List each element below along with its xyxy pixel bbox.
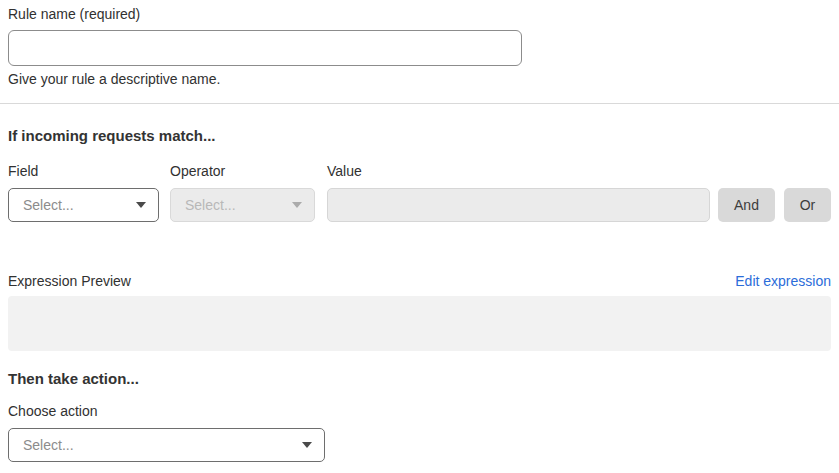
operator-select[interactable]: Select... <box>170 188 315 222</box>
or-button[interactable]: Or <box>784 188 831 222</box>
chevron-down-icon <box>302 442 312 448</box>
section-divider <box>0 103 839 104</box>
action-section-heading: Then take action... <box>8 370 139 387</box>
value-input[interactable] <box>327 188 710 222</box>
chevron-down-icon <box>292 202 302 208</box>
value-label: Value <box>327 163 362 179</box>
expression-preview-label: Expression Preview <box>8 273 131 289</box>
rule-name-help-text: Give your rule a descriptive name. <box>8 71 220 87</box>
field-label: Field <box>8 163 38 179</box>
rule-name-input[interactable] <box>8 30 522 66</box>
rule-builder-form: Rule name (required) Give your rule a de… <box>0 0 839 473</box>
field-select[interactable]: Select... <box>8 188 159 222</box>
rule-name-label: Rule name (required) <box>8 6 140 22</box>
expression-preview-box <box>8 296 831 351</box>
operator-select-value: Select... <box>185 197 236 213</box>
field-select-value: Select... <box>23 197 74 213</box>
choose-action-label: Choose action <box>8 403 98 419</box>
operator-label: Operator <box>170 163 225 179</box>
choose-action-select-value: Select... <box>23 437 74 453</box>
and-button[interactable]: And <box>718 188 775 222</box>
match-section-heading: If incoming requests match... <box>8 127 216 144</box>
edit-expression-link[interactable]: Edit expression <box>735 273 831 289</box>
choose-action-select[interactable]: Select... <box>8 428 325 462</box>
chevron-down-icon <box>136 202 146 208</box>
